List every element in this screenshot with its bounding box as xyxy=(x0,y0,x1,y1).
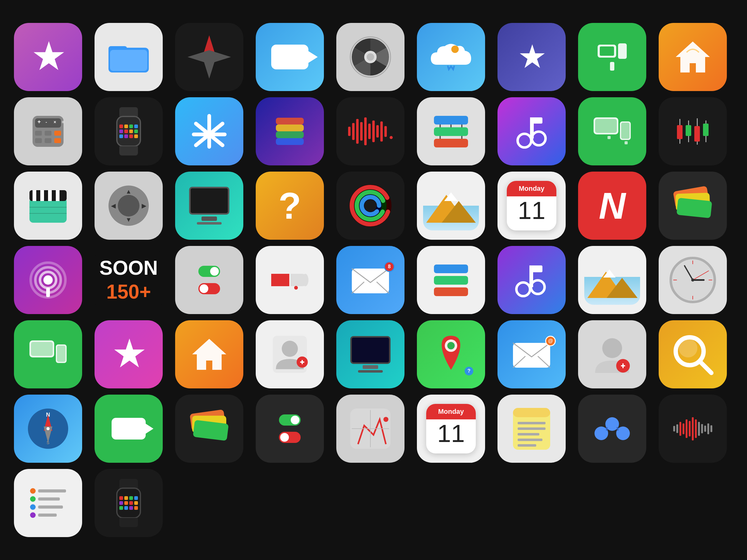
spotlight-icon[interactable] xyxy=(659,320,727,389)
svg-rect-27 xyxy=(276,118,304,125)
svg-rect-30 xyxy=(434,139,468,148)
musicapp2-icon[interactable] xyxy=(497,246,566,314)
itunes2-icon[interactable]: ★ xyxy=(95,320,163,389)
toggles-icon[interactable] xyxy=(175,246,243,314)
svg-rect-13 xyxy=(35,138,42,143)
svg-rect-107 xyxy=(518,433,539,435)
itunes-icon[interactable]: ★ xyxy=(14,23,82,91)
soon-count: 150+ xyxy=(100,280,158,304)
screensizes3-icon[interactable] xyxy=(14,320,82,389)
svg-rect-44 xyxy=(608,136,611,139)
calendar2-icon[interactable]: Monday 11 xyxy=(417,395,485,463)
svg-rect-50 xyxy=(48,190,52,201)
toggles2-icon[interactable] xyxy=(256,395,324,463)
news-icon[interactable]: N xyxy=(578,171,646,240)
home-icon[interactable] xyxy=(659,23,727,91)
waveform2-icon[interactable] xyxy=(659,395,727,463)
airmail-icon[interactable]: 8 xyxy=(336,246,405,314)
help-icon[interactable]: ? xyxy=(256,171,324,240)
facetime2-icon[interactable] xyxy=(95,395,163,463)
svg-rect-45 xyxy=(624,141,628,144)
svg-rect-12 xyxy=(54,131,61,136)
layers-icon[interactable] xyxy=(256,97,324,165)
svg-rect-70 xyxy=(434,276,468,285)
calendar2-day-number: 11 xyxy=(426,419,476,448)
stockcandle-icon[interactable] xyxy=(659,97,727,165)
maps2-icon[interactable] xyxy=(336,395,405,463)
svg-point-6 xyxy=(451,46,459,53)
notes-icon[interactable] xyxy=(497,395,566,463)
contacts2-icon[interactable] xyxy=(578,320,646,389)
tickets-icon[interactable] xyxy=(659,171,727,240)
dbvisual2-icon[interactable] xyxy=(417,246,485,314)
compass-icon[interactable] xyxy=(175,23,243,91)
svg-point-88 xyxy=(447,342,455,349)
facetime-icon[interactable] xyxy=(256,23,324,91)
calendar2-day-name: Monday xyxy=(426,404,476,419)
svg-text:×: × xyxy=(54,119,56,125)
activity-icon[interactable] xyxy=(336,171,405,240)
svg-rect-77 xyxy=(31,342,53,356)
soon-label: SOON xyxy=(100,256,158,280)
clock-icon[interactable] xyxy=(659,246,727,314)
peakfinder-icon[interactable] xyxy=(417,171,485,240)
shareplay-icon[interactable] xyxy=(578,395,646,463)
svg-point-72 xyxy=(516,283,530,296)
svg-rect-43 xyxy=(621,123,629,139)
screensizes-icon[interactable] xyxy=(578,23,646,91)
svg-rect-104 xyxy=(513,408,550,417)
reminders-icon[interactable] xyxy=(14,469,82,537)
dbvisual-icon[interactable] xyxy=(417,97,485,165)
ipodclick-icon[interactable]: ▲ ▼ ◀ ▶ xyxy=(95,171,163,240)
svg-point-5 xyxy=(367,53,374,61)
podcasts-icon[interactable] xyxy=(14,246,82,314)
svg-marker-80 xyxy=(192,339,226,370)
maps-icon[interactable]: ? xyxy=(417,320,485,389)
watchapp2-icon[interactable] xyxy=(95,469,163,537)
svg-rect-14 xyxy=(45,138,51,143)
svg-text:-: - xyxy=(46,119,47,125)
watchapp-icon[interactable] xyxy=(95,97,163,165)
imovie-icon[interactable]: ★ xyxy=(497,23,566,91)
peakfinder2-icon[interactable] xyxy=(578,246,646,314)
svg-rect-51 xyxy=(56,190,59,201)
svg-rect-28 xyxy=(434,116,468,125)
aperture-icon[interactable] xyxy=(336,23,405,91)
svg-marker-7 xyxy=(676,42,710,73)
svg-point-100 xyxy=(383,417,388,422)
svg-point-37 xyxy=(532,132,545,145)
home2-icon[interactable] xyxy=(175,320,243,389)
pill-icon[interactable] xyxy=(256,246,324,314)
svg-rect-2 xyxy=(110,50,147,71)
calendar-icon[interactable]: Monday 11 xyxy=(497,171,566,240)
tickets2-icon[interactable] xyxy=(175,395,243,463)
cloudmeo-icon[interactable] xyxy=(417,23,485,91)
svg-rect-48 xyxy=(32,190,36,201)
clapper-icon[interactable] xyxy=(14,171,82,240)
waveform-icon[interactable] xyxy=(336,97,405,165)
contacts-icon[interactable] xyxy=(256,320,324,389)
macconsole2-icon[interactable] xyxy=(336,320,405,389)
macconsole-icon[interactable] xyxy=(175,171,243,240)
screensizes2-icon[interactable] xyxy=(578,97,646,165)
svg-rect-105 xyxy=(518,422,545,424)
svg-rect-15 xyxy=(54,138,61,143)
safari-icon[interactable]: N S xyxy=(14,395,82,463)
appstore-icon[interactable] xyxy=(175,97,243,165)
svg-rect-109 xyxy=(518,444,536,447)
files-icon[interactable] xyxy=(95,23,163,91)
svg-rect-108 xyxy=(518,438,542,441)
svg-rect-95 xyxy=(622,363,624,368)
svg-point-65 xyxy=(294,286,298,290)
svg-text:=: = xyxy=(62,119,64,125)
svg-point-82 xyxy=(282,341,298,357)
musicapp-icon[interactable] xyxy=(497,97,566,165)
airmail2-icon[interactable]: @ xyxy=(497,320,566,389)
svg-rect-69 xyxy=(434,265,468,273)
soon-icon: SOON 150+ xyxy=(95,246,163,314)
calculator-icon[interactable]: + - × = xyxy=(14,97,82,165)
svg-rect-75 xyxy=(530,265,542,272)
svg-line-98 xyxy=(701,363,711,373)
calendar-day-name: Monday xyxy=(507,181,557,196)
svg-point-36 xyxy=(518,134,531,148)
